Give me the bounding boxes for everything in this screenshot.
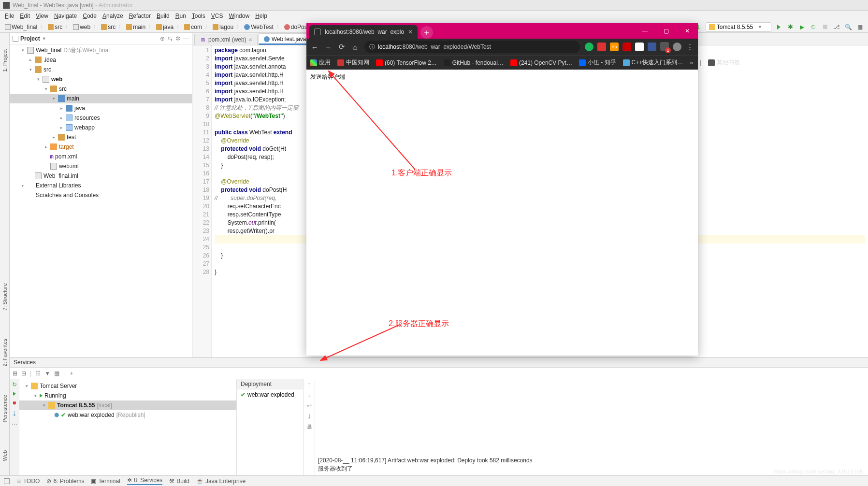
crumb[interactable]: WebTest [243, 24, 274, 30]
menu-build[interactable]: Build [154, 13, 173, 19]
menu-code[interactable]: Code [80, 13, 100, 19]
tab-build[interactable]: ⚒ Build [169, 478, 189, 485]
menu-vcs[interactable]: VCS [208, 13, 226, 19]
tab-problems[interactable]: ⊘ 6: Problems [46, 478, 84, 485]
more-icon[interactable]: ⋯ [12, 421, 17, 428]
crumb[interactable]: web [72, 24, 91, 30]
crumb[interactable]: src [100, 24, 116, 30]
crumb[interactable]: Web_final [4, 24, 38, 30]
editor-tab[interactable]: mpom.xml (web)✕ [194, 34, 258, 45]
stop-icon[interactable]: ■ [13, 400, 16, 406]
console-output[interactable]: [2020-08-__ 11:06:19,617] Artifact web:w… [315, 379, 868, 475]
tree-row[interactable]: Scratches and Consoles [10, 190, 192, 200]
locate-icon[interactable]: ⊕ [160, 35, 165, 42]
tree-row[interactable]: ▸target [10, 142, 192, 152]
minimize-button[interactable]: — [634, 23, 655, 39]
apps-button[interactable]: 应用 [310, 58, 331, 67]
tab-java-enterprise[interactable]: ☕ Java Enterprise [196, 478, 246, 485]
tree-row[interactable]: ▾src [10, 65, 192, 74]
menu-view[interactable]: View [33, 13, 51, 19]
tab-todo[interactable]: ≣ TODO [16, 478, 40, 485]
down-icon[interactable]: ↓ [308, 392, 311, 399]
up-icon[interactable]: ↑ [308, 381, 311, 388]
tree-row[interactable]: ▾web [10, 74, 192, 84]
tab-close-icon[interactable]: ✕ [408, 29, 413, 35]
ide-settings-button[interactable]: ▦ [855, 23, 864, 31]
menu-help[interactable]: Help [252, 13, 270, 19]
close-button[interactable]: ✕ [677, 23, 698, 39]
menu-analyze[interactable]: Analyze [100, 13, 126, 19]
bookmark-item[interactable]: 中国知网 [337, 58, 369, 67]
menu-run[interactable]: Run [173, 13, 189, 19]
run-icon[interactable] [13, 392, 16, 396]
forward-button[interactable]: → [324, 43, 333, 51]
strip-project[interactable]: 1: Project [2, 47, 8, 73]
layout-icon[interactable]: ▦ [54, 370, 59, 377]
back-button[interactable]: ← [310, 43, 319, 51]
site-info-icon[interactable]: ⓘ [369, 43, 375, 51]
search-everywhere-button[interactable]: 🔍 [844, 23, 853, 31]
ext-icon[interactable] [622, 43, 631, 51]
notifications-icon[interactable]: 1 [660, 42, 669, 52]
bookmark-item[interactable]: GitHub - fendouai… [444, 59, 504, 66]
tree-row[interactable]: ▸resources [10, 113, 192, 123]
other-bookmarks[interactable]: 其他书签 [708, 58, 740, 67]
ext-icon[interactable] [635, 43, 644, 51]
run-config-dropdown[interactable]: Tomcat 8.5.55 ▼ [706, 22, 771, 32]
avatar-icon[interactable] [673, 43, 681, 51]
scroll-icon[interactable]: ⤓ [307, 413, 312, 420]
bookmark-item[interactable]: 小伍 - 知乎 [579, 58, 616, 67]
tree-row[interactable]: ▸External Libraries [10, 181, 192, 190]
strip-favorites[interactable]: 2: Favorites [2, 337, 8, 368]
reload-button[interactable]: ⟳ [337, 43, 346, 51]
crumb[interactable]: lagou [212, 24, 234, 30]
bookmark-overflow-icon[interactable]: » [690, 59, 693, 66]
add-icon[interactable]: ＋ [69, 369, 74, 377]
group-icon[interactable]: ☷ [35, 370, 41, 377]
expand-all-icon[interactable]: ⊞ [13, 370, 17, 377]
menu-tools[interactable]: Tools [189, 13, 208, 19]
strip-structure[interactable]: 7: Structure [2, 281, 8, 313]
maximize-button[interactable]: ▢ [655, 23, 677, 39]
vcs-button[interactable]: ⎇ [832, 23, 841, 31]
profile-button[interactable]: ⏲ [809, 23, 818, 31]
browser-tab[interactable]: localhost:8080/web_war_explo ✕ [309, 25, 418, 39]
home-button[interactable]: ⌂ [351, 43, 360, 51]
hide-icon[interactable]: — [183, 35, 189, 42]
ext-icon[interactable]: Aa [610, 43, 619, 51]
rerun-icon[interactable]: ↻ [12, 381, 17, 388]
stop-button[interactable] [821, 23, 829, 31]
tree-row[interactable]: ▸java [10, 103, 192, 113]
strip-web[interactable]: Web [2, 448, 8, 463]
print-icon[interactable]: 🖶 [306, 424, 312, 430]
tree-row[interactable]: ▸webapp [10, 123, 192, 132]
tree-row[interactable]: ▾src [10, 84, 192, 94]
filter-icon[interactable]: ▼ [44, 370, 50, 377]
ext-icon[interactable] [597, 43, 606, 51]
crumb[interactable]: java [155, 24, 174, 30]
new-tab-button[interactable]: ＋ [420, 26, 433, 39]
collapse-icon[interactable]: ⇆ [168, 35, 173, 42]
debug-button[interactable]: ✱ [786, 23, 795, 31]
crumb[interactable]: main [125, 24, 146, 30]
deploy-icon[interactable]: ⭳ [12, 410, 17, 417]
strip-persistence[interactable]: Persistence [2, 393, 8, 424]
settings-icon[interactable]: ✲ [175, 35, 180, 42]
crumb[interactable]: doPost [283, 24, 310, 30]
crumb[interactable]: src [47, 24, 63, 30]
address-bar[interactable]: ⓘ localhost:8080/web_war_exploded/WebTes… [364, 41, 580, 53]
status-icon[interactable] [4, 478, 10, 484]
tree-row[interactable]: mpom.xml [10, 152, 192, 161]
collapse-all-icon[interactable]: ⊟ [21, 370, 26, 377]
menu-file[interactable]: File [2, 13, 17, 19]
bookmark-item[interactable]: C++快速入门系列… [623, 58, 683, 67]
close-icon[interactable]: ✕ [248, 37, 252, 43]
tab-services[interactable]: ✲ 8: Services [127, 477, 162, 485]
tree-row[interactable]: Web_final.iml [10, 171, 192, 181]
run-button[interactable] [774, 23, 783, 31]
bookmark-item[interactable]: (60) TensorFlow 2… [376, 59, 437, 66]
coverage-button[interactable]: ▶ [797, 23, 806, 31]
deploy-item[interactable]: web:war exploded [247, 391, 294, 398]
tree-row[interactable]: web.iml [10, 161, 192, 171]
menu-navigate[interactable]: Navigate [51, 13, 80, 19]
